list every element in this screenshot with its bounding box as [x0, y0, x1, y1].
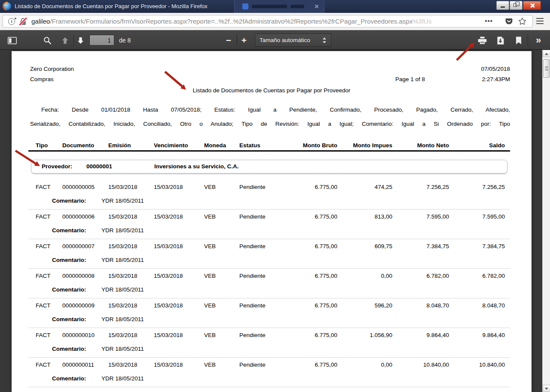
table-header-row: Tipo Documento Emisión Vencimiento Moned…: [28, 140, 510, 152]
cell-monto-bruto: 6.775,00: [281, 362, 337, 368]
bookmark-star-icon[interactable]: [518, 17, 526, 27]
cell-monto-neto: 6.782,00: [392, 273, 449, 279]
cell-tipo: FACT: [36, 184, 62, 190]
cell-emision: 15/03/2018: [108, 302, 154, 309]
sidebar-toggle-button[interactable]: [6, 34, 18, 47]
header-estatus: Estatus: [239, 142, 281, 149]
zoom-out-button[interactable]: −: [222, 34, 235, 47]
header-monto-impues: Monto Impues: [337, 142, 392, 149]
cell-saldo: 10.840,00: [449, 362, 505, 368]
header-emision: Emisión: [108, 142, 154, 149]
plus-icon: +: [241, 34, 247, 46]
cell-monto-neto: 8.048,70: [392, 302, 449, 309]
pdf-viewer-toolbar: de 8 − + Tamaño automático »: [0, 30, 550, 50]
cell-monto-neto: 7.595,00: [392, 213, 449, 220]
vertical-scrollbar[interactable]: [542, 50, 550, 392]
cell-saldo: 7.384,75: [449, 243, 505, 249]
print-button[interactable]: [475, 34, 489, 47]
cell-moneda: VEB: [204, 332, 239, 338]
comment-label: Comentario:: [52, 257, 86, 263]
hamburger-menu-icon[interactable]: [536, 18, 544, 24]
background-tab-close-icon[interactable]: [315, 4, 319, 9]
page-actions-icon[interactable]: •••: [485, 15, 493, 27]
url-bar[interactable]: i galileo/Framework/Formularios/frmVisor…: [3, 15, 533, 27]
page-up-icon: [61, 37, 69, 44]
table-body: FACT 0000000005 15/03/2018 15/03/2018 VE…: [28, 180, 510, 387]
cell-documento: 0000000007: [62, 243, 108, 249]
comment-label: Comentario:: [52, 375, 86, 382]
cell-estatus: Pendiente: [239, 243, 281, 249]
background-tab-favicon-icon: [242, 3, 248, 9]
comment-label: Comentario:: [52, 316, 86, 322]
scroll-up-icon: [545, 53, 548, 55]
cell-moneda: VEB: [204, 273, 239, 279]
zoom-level-select[interactable]: Tamaño automático: [255, 33, 331, 47]
document-line: FACT 0000000006 15/03/2018 15/03/2018 VE…: [28, 213, 510, 220]
comment-value: YDR 18/05/2011: [101, 257, 144, 263]
window-titlebar: Listado de Documentos de Cuentas por Pag…: [0, 0, 550, 13]
cell-emision: 15/03/2018: [108, 184, 154, 190]
document-line: FACT 0000000008 15/03/2018 15/03/2018 VE…: [28, 273, 510, 279]
cell-vencimiento: 15/03/2018: [154, 362, 204, 368]
comment-label: Comentario:: [52, 227, 86, 234]
more-tools-button[interactable]: »: [531, 34, 546, 47]
background-window-tab[interactable]: [234, 0, 324, 13]
scrollbar-thumb[interactable]: [543, 59, 550, 78]
restore-button[interactable]: [510, 1, 522, 10]
header-monto-neto: Monto Neto: [392, 142, 449, 149]
minimize-button[interactable]: [496, 1, 509, 10]
header-moneda: Moneda: [204, 142, 239, 149]
table-row: FACT 0000000006 15/03/2018 15/03/2018 VE…: [28, 210, 510, 239]
cell-moneda: VEB: [204, 302, 239, 309]
cell-monto-bruto: 6.775,00: [281, 243, 337, 249]
scroll-down-button[interactable]: [543, 385, 550, 392]
table-row: FACT 0000000005 15/03/2018 15/03/2018 VE…: [28, 180, 510, 210]
next-page-button[interactable]: [74, 34, 87, 47]
bookmark-icon: [516, 36, 522, 45]
cell-monto-neto: 7.256,25: [392, 184, 449, 190]
browser-chrome-bar: i galileo/Framework/Formularios/frmVisor…: [0, 13, 550, 30]
document-line: FACT 0000000005 15/03/2018 15/03/2018 VE…: [28, 184, 510, 190]
cell-tipo: FACT: [36, 273, 62, 279]
previous-page-button[interactable]: [58, 34, 71, 47]
scroll-up-button[interactable]: [543, 50, 550, 57]
document-line: FACT 0000000010 15/03/2018 15/03/2018 VE…: [28, 332, 510, 338]
download-button[interactable]: [493, 34, 507, 47]
insecure-lock-icon[interactable]: [19, 18, 27, 25]
document-line: FACT 0000000007 15/03/2018 15/03/2018 VE…: [28, 243, 510, 249]
provider-code: 00000001: [86, 160, 112, 173]
table-row: FACT 0000000007 15/03/2018 15/03/2018 VE…: [28, 239, 510, 269]
close-button[interactable]: [523, 1, 541, 10]
provider-label: Proveedor:: [42, 160, 72, 173]
restore-icon: [513, 3, 517, 7]
find-button[interactable]: [41, 34, 54, 47]
cell-monto-bruto: 6.775,00: [281, 332, 337, 338]
table-row: FACT 0000000011 15/03/2018 15/03/2018 VE…: [28, 358, 510, 387]
select-updown-icon: [323, 37, 327, 43]
report-module: Compras: [30, 76, 54, 83]
comment-value: YDR 18/05/2011: [101, 375, 144, 382]
page-number-input[interactable]: [89, 35, 114, 46]
table-row: FACT 0000000010 15/03/2018 15/03/2018 VE…: [28, 328, 510, 358]
bookmark-current-view-button[interactable]: [513, 34, 525, 47]
report-company: Zero Corporation: [30, 66, 74, 73]
pocket-icon[interactable]: [505, 18, 513, 27]
cell-saldo: 8.048,70: [449, 302, 505, 309]
document-line: FACT 0000000009 15/03/2018 15/03/2018 VE…: [28, 302, 510, 309]
cell-documento: 0000000011: [62, 362, 108, 368]
provider-name: Inversiones a su Servicio, C.A.: [154, 160, 239, 173]
cell-monto-bruto: 6.775,00: [281, 273, 337, 279]
comment-value: YDR 18/05/2011: [101, 346, 144, 352]
document-line: FACT 0000000011 15/03/2018 15/03/2018 VE…: [28, 362, 510, 368]
search-icon: [43, 36, 52, 45]
site-identity-icon[interactable]: i: [8, 18, 15, 25]
cell-vencimiento: 15/03/2018: [154, 332, 204, 338]
cell-monto-impues: 813,00: [337, 213, 392, 220]
cell-estatus: Pendiente: [239, 184, 281, 190]
cell-documento: 0000000010: [62, 332, 108, 338]
comment-label: Comentario:: [52, 346, 86, 352]
zoom-in-button[interactable]: +: [238, 34, 251, 47]
header-monto-bruto: Monto Bruto: [281, 142, 337, 149]
scroll-down-icon: [545, 388, 548, 390]
comment-label: Comentario:: [52, 198, 86, 204]
